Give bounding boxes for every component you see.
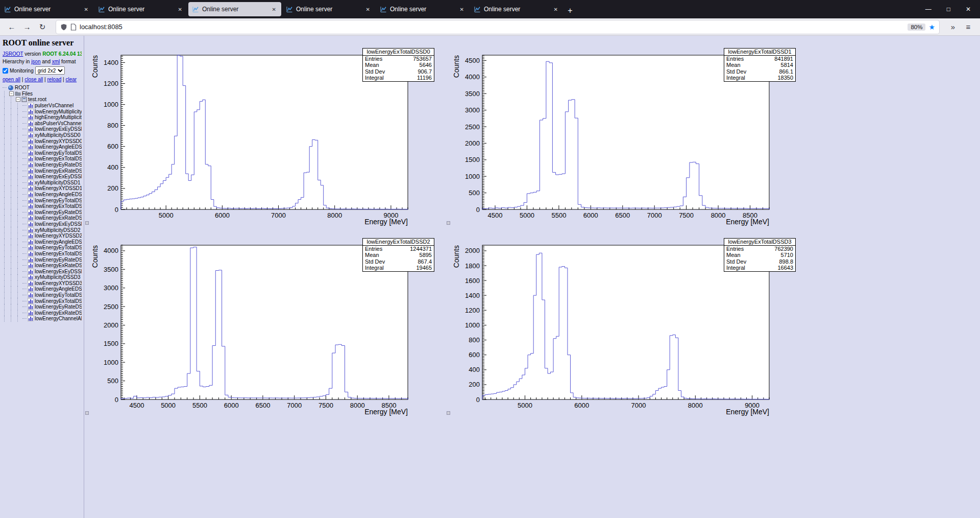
tree-item-lowEnergyExEyDSSD1[interactable]: lowEnergyExEyDSSD1 [3, 174, 82, 180]
pad-lowEnergyExTotalDSSD0[interactable]: 5000600070008000900002004006008001000120… [84, 36, 446, 226]
xml-link[interactable]: xml [52, 59, 60, 64]
tree-item-lowEnergyExTotalDSSD2[interactable]: lowEnergyExTotalDSSD2 [3, 251, 82, 257]
tree-item-lowEnergyEyTotalDSSD3[interactable]: lowEnergyEyTotalDSSD3 [3, 292, 82, 298]
tree-item-lowEnergyEyRateDSSD2[interactable]: lowEnergyEyRateDSSD2 [3, 256, 82, 263]
tree-item-highEnergyMultiplicity[interactable]: highEnergyMultiplicity [3, 114, 82, 121]
stats-label: Integral [726, 75, 745, 81]
tree-item-lowEnergyExTotalDSSD3[interactable]: lowEnergyExTotalDSSD3 [3, 298, 82, 304]
pad-resize-handle[interactable] [447, 411, 450, 415]
histogram-icon [28, 150, 34, 156]
open-all-link[interactable]: open all [3, 77, 20, 82]
tree-item-lowEnergyXYDSSD0[interactable]: lowEnergyXYDSSD0 [3, 138, 82, 144]
tree-guide-line [4, 227, 8, 233]
tab-close-icon[interactable]: ✕ [271, 6, 278, 13]
tree-item-test.root[interactable]: −test.root [3, 97, 82, 103]
pad-resize-handle[interactable] [447, 221, 450, 225]
tree-item-lowEnergyExEyDSSD3[interactable]: lowEnergyExEyDSSD3 [3, 268, 82, 274]
jsroot-link[interactable]: JSROOT [3, 51, 23, 57]
layout-select[interactable]: grid 2x2 [35, 66, 65, 75]
tree-item-lowEnergyEyRateDSSD1[interactable]: lowEnergyEyRateDSSD1 [3, 209, 82, 215]
page-info-icon[interactable] [70, 23, 77, 31]
pad-resize-handle[interactable] [85, 411, 89, 415]
pad-lowEnergyExTotalDSSD1[interactable]: 4500500055006000650070007500800085000500… [446, 36, 807, 226]
tree-item-lowEnergyMultiplicity[interactable]: lowEnergyMultiplicity [3, 108, 82, 114]
tree-item-lowEnergyXYDSSD1[interactable]: lowEnergyXYDSSD1 [3, 185, 82, 192]
stats-label: Integral [365, 265, 384, 271]
stats-box[interactable]: lowEnergyExTotalDSSD0Entries753657Mean56… [362, 48, 434, 82]
close-all-link[interactable]: close all [24, 77, 43, 82]
stats-value: 753657 [413, 56, 432, 62]
stats-box[interactable]: lowEnergyExTotalDSSD2Entries1244371Mean5… [362, 238, 434, 272]
tree-item-lowEnergyChannelADC[interactable]: lowEnergyChannelADC [3, 316, 82, 322]
tree-guide-line [17, 256, 21, 263]
tree-item-xyMultiplicityDSSD3[interactable]: xyMultiplicityDSSD3 [3, 274, 82, 280]
maximize-button[interactable]: □ [947, 6, 950, 13]
tree-guide-line [17, 174, 21, 180]
tree-item-lowEnergyXYDSSD2[interactable]: lowEnergyXYDSSD2 [3, 233, 82, 239]
json-link[interactable]: json [31, 59, 40, 64]
collapse-icon[interactable]: − [9, 91, 14, 96]
tree-item-xyMultiplicityDSSD1[interactable]: xyMultiplicityDSSD1 [3, 180, 82, 186]
tree-item-lowEnergyExRateDSSD3[interactable]: lowEnergyExRateDSSD3 [3, 310, 82, 316]
tree-item-lowEnergyEyTotalDSSD2[interactable]: lowEnergyEyTotalDSSD2 [3, 245, 82, 251]
tree-item-lowEnergyEyTotalDSSD1[interactable]: lowEnergyEyTotalDSSD1 [3, 197, 82, 203]
bookmark-star-icon[interactable]: ★ [928, 23, 935, 31]
tab-close-icon[interactable]: ✕ [458, 6, 465, 13]
reload-link[interactable]: reload [47, 77, 61, 82]
pad-lowEnergyExTotalDSSD3[interactable]: 5000600070008000900002004006008001000120… [446, 226, 807, 416]
tree-item-lowEnergyExTotalDSSD1[interactable]: lowEnergyExTotalDSSD1 [3, 203, 82, 209]
reload-button[interactable]: ↻ [36, 20, 49, 34]
tree-item-pulserVsChannel[interactable]: pulserVsChannel [3, 103, 82, 109]
overflow-menu-icon[interactable]: » [946, 20, 960, 34]
tab-6[interactable]: Online server✕ [470, 2, 563, 16]
url-bar[interactable]: localhost:8085 80% ★ [56, 20, 939, 34]
tab-2[interactable]: Online server✕ [94, 2, 187, 16]
hamburger-menu-icon[interactable]: ≡ [962, 20, 975, 34]
tree-item-lowEnergyExRateDSSD2[interactable]: lowEnergyExRateDSSD2 [3, 263, 82, 269]
minimize-button[interactable]: — [925, 6, 932, 13]
back-button[interactable]: ← [5, 20, 18, 34]
tree-item-lowEnergyAngleEDSSD0[interactable]: lowEnergyAngleEDSSD0 [3, 144, 82, 150]
tree-guide-line [17, 239, 21, 245]
tree-item-Files[interactable]: −Files [3, 91, 82, 97]
tab-5[interactable]: Online server✕ [376, 2, 469, 16]
tree-item-lowEnergyAngleEDSSD3[interactable]: lowEnergyAngleEDSSD3 [3, 286, 82, 292]
tab-close-icon[interactable]: ✕ [177, 6, 184, 13]
stats-box[interactable]: lowEnergyExTotalDSSD3Entries762390Mean57… [724, 238, 796, 272]
monitoring-checkbox[interactable] [3, 68, 8, 74]
tree-item-lowEnergyEyTotalDSSD0[interactable]: lowEnergyEyTotalDSSD0 [3, 150, 82, 156]
tree-item-lowEnergyAngleEDSSD1[interactable]: lowEnergyAngleEDSSD1 [3, 192, 82, 198]
tree-item-lowEnergyExEyDSSD0[interactable]: lowEnergyExEyDSSD0 [3, 126, 82, 132]
histogram-icon [28, 121, 34, 126]
new-tab-button[interactable]: + [564, 4, 577, 17]
stats-box[interactable]: lowEnergyExTotalDSSD1Entries841891Mean58… [724, 48, 796, 82]
collapse-icon[interactable]: − [16, 97, 20, 102]
forward-button[interactable]: → [20, 20, 34, 34]
tree-item-ROOT[interactable]: ROOT [3, 85, 82, 91]
tab-close-icon[interactable]: ✕ [552, 6, 559, 13]
tab-close-icon[interactable]: ✕ [364, 6, 372, 13]
tab-close-icon[interactable]: ✕ [83, 6, 90, 13]
tab-1[interactable]: Online server✕ [1, 2, 93, 16]
tree-item-lowEnergyExTotalDSSD0[interactable]: lowEnergyExTotalDSSD0 [3, 156, 82, 162]
tree-item-lowEnergyEyRateDSSD0[interactable]: lowEnergyEyRateDSSD0 [3, 162, 82, 168]
svg-text:8000: 8000 [711, 211, 726, 219]
zoom-level-badge[interactable]: 80% [908, 23, 925, 31]
close-window-button[interactable]: ✕ [966, 6, 971, 13]
tree-item-lowEnergyExEyDSSD2[interactable]: lowEnergyExEyDSSD2 [3, 221, 82, 227]
pad-lowEnergyExTotalDSSD2[interactable]: 4500500055006000650070007500800085000500… [84, 226, 446, 416]
tree-item-xyMultiplicityDSSD2[interactable]: xyMultiplicityDSSD2 [3, 227, 82, 233]
tree-item-lowEnergyEyRateDSSD3[interactable]: lowEnergyEyRateDSSD3 [3, 304, 82, 310]
tree-item-lowEnergyExRateDSSD0[interactable]: lowEnergyExRateDSSD0 [3, 168, 82, 174]
shield-icon[interactable] [60, 23, 67, 31]
clear-link[interactable]: clear [65, 77, 77, 82]
tree-item-absPulserVsChannel[interactable]: absPulserVsChannel [3, 121, 82, 127]
tab-3[interactable]: Online server✕ [188, 2, 281, 16]
tree-item-lowEnergyXYDSSD3[interactable]: lowEnergyXYDSSD3 [3, 280, 82, 287]
tab-4[interactable]: Online server✕ [282, 2, 375, 16]
tree-item-xyMultiplicityDSSD0[interactable]: xyMultiplicityDSSD0 [3, 132, 82, 138]
tree-item-lowEnergyExRateDSSD1[interactable]: lowEnergyExRateDSSD1 [3, 215, 82, 221]
tree-actions: open all | close all | reload | clear [3, 77, 82, 82]
pad-resize-handle[interactable] [85, 221, 89, 225]
tree-item-lowEnergyAngleEDSSD2[interactable]: lowEnergyAngleEDSSD2 [3, 239, 82, 245]
